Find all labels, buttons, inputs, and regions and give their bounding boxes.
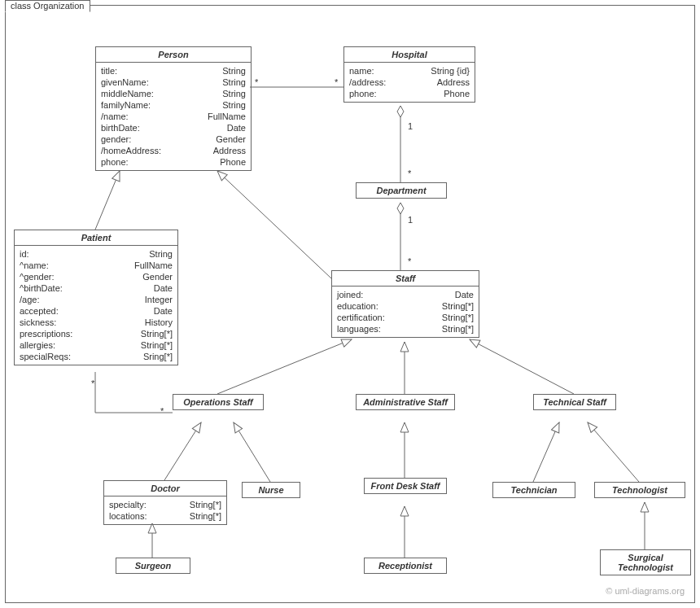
- class-technician-name: Technician: [493, 483, 575, 497]
- credit: © uml-diagrams.org: [606, 586, 685, 596]
- attr-row: ^name:FullName: [20, 260, 173, 271]
- attr-row: id:String: [20, 248, 173, 260]
- attr-row: sickness:History: [20, 317, 173, 328]
- attr-row: /homeAddress:Address: [101, 145, 246, 156]
- attr-row: /address:Address: [349, 77, 470, 88]
- class-tech-staff: Technical Staff: [533, 394, 616, 410]
- class-tech-staff-name: Technical Staff: [534, 395, 615, 409]
- svg-line-9: [234, 422, 270, 482]
- mult-patient-ops-right: *: [160, 406, 164, 416]
- class-doctor: Doctor specialty:String[*]locations:Stri…: [103, 480, 227, 525]
- attr-row: gender:Gender: [101, 133, 246, 145]
- attr-row: /age:Integer: [20, 294, 173, 305]
- attr-row: allergies:String[*]: [20, 339, 173, 351]
- class-surgeon: Surgeon: [116, 558, 190, 574]
- attr-row: middleName:String: [101, 88, 246, 99]
- attr-row: phone:Phone: [349, 88, 470, 99]
- class-patient-attrs: id:String^name:FullName^gender:Gender^bi…: [15, 246, 177, 365]
- attr-row: givenName:String: [101, 77, 246, 88]
- class-department: Department: [356, 182, 447, 199]
- attr-row: birthDate:Date: [101, 122, 246, 133]
- class-patient-name: Patient: [15, 230, 177, 246]
- class-technician: Technician: [492, 482, 575, 498]
- attr-row: phone:Phone: [101, 156, 246, 168]
- svg-line-5: [217, 339, 352, 394]
- diagram-frame: class Organization Person title:Stringgi…: [0, 0, 700, 608]
- class-nurse: Nurse: [242, 482, 300, 498]
- class-surg-tech: Surgical Technologist: [600, 549, 691, 575]
- svg-line-12: [588, 422, 639, 482]
- class-admin-staff-name: Administrative Staff: [357, 395, 454, 409]
- attr-row: ^gender:Gender: [20, 271, 173, 282]
- class-surgeon-name: Surgeon: [116, 558, 190, 573]
- svg-line-3: [95, 171, 120, 230]
- class-hospital-attrs: name:String {id}/address:Addressphone:Ph…: [344, 63, 475, 102]
- class-doctor-name: Doctor: [104, 481, 226, 496]
- attr-row: ^birthDate:Date: [20, 282, 173, 294]
- class-staff-name: Staff: [332, 271, 479, 287]
- attr-row: name:String {id}: [349, 65, 470, 77]
- svg-line-11: [533, 422, 559, 482]
- attr-row: familyName:String: [101, 99, 246, 111]
- class-doctor-attrs: specialty:String[*]locations:String[*]: [104, 496, 226, 524]
- class-operations-staff: Operations Staff: [173, 394, 264, 410]
- svg-line-4: [217, 171, 331, 278]
- attr-row: prescriptions:String[*]: [20, 328, 173, 339]
- attr-row: joined:Date: [337, 289, 474, 300]
- attr-row: locations:String[*]: [109, 510, 221, 522]
- attr-row: accepted:Date: [20, 305, 173, 317]
- attr-row: education:String[*]: [337, 300, 474, 312]
- svg-line-7: [470, 339, 574, 394]
- class-person-name: Person: [96, 47, 251, 63]
- diagram-outer-box: class Organization Person title:Stringgi…: [5, 5, 695, 603]
- class-surg-tech-name: Surgical Technologist: [601, 550, 690, 575]
- class-nurse-name: Nurse: [243, 483, 300, 497]
- class-staff: Staff joined:Dateeducation:String[*]cert…: [331, 270, 479, 338]
- class-hospital: Hospital name:String {id}/address:Addres…: [343, 46, 475, 103]
- class-department-name: Department: [357, 183, 446, 198]
- class-technologist: Technologist: [594, 482, 685, 498]
- class-receptionist: Receptionist: [364, 558, 447, 574]
- attr-row: title:String: [101, 65, 246, 77]
- class-technologist-name: Technologist: [595, 483, 685, 497]
- class-admin-staff: Administrative Staff: [356, 394, 455, 410]
- mult-patient-ops-left: *: [91, 378, 94, 388]
- mult-hospital-dept-top: 1: [408, 121, 413, 131]
- mult-hospital-dept-bottom: *: [408, 168, 411, 178]
- mult-person-hospital-right: *: [335, 77, 338, 87]
- mult-person-hospital-left: *: [255, 77, 258, 87]
- attr-row: specialReqs:Sring[*]: [20, 351, 173, 362]
- mult-dept-staff-top: 1: [408, 215, 413, 225]
- attr-row: /name:FullName: [101, 111, 246, 122]
- diagram-title: class Organization: [5, 0, 90, 12]
- class-hospital-name: Hospital: [344, 47, 475, 63]
- svg-line-8: [164, 422, 201, 480]
- attr-row: certification:String[*]: [337, 312, 474, 323]
- class-frontdesk-name: Front Desk Staff: [365, 479, 446, 493]
- attr-row: specialty:String[*]: [109, 499, 221, 510]
- class-person: Person title:StringgivenName:Stringmiddl…: [95, 46, 252, 171]
- class-receptionist-name: Receptionist: [365, 558, 446, 573]
- attr-row: languages:String[*]: [337, 323, 474, 335]
- mult-dept-staff-bottom: *: [408, 256, 411, 266]
- class-frontdesk: Front Desk Staff: [364, 478, 447, 494]
- class-person-attrs: title:StringgivenName:StringmiddleName:S…: [96, 63, 251, 170]
- class-staff-attrs: joined:Dateeducation:String[*]certificat…: [332, 287, 479, 337]
- class-patient: Patient id:String^name:FullName^gender:G…: [14, 230, 178, 365]
- class-operations-staff-name: Operations Staff: [173, 395, 263, 409]
